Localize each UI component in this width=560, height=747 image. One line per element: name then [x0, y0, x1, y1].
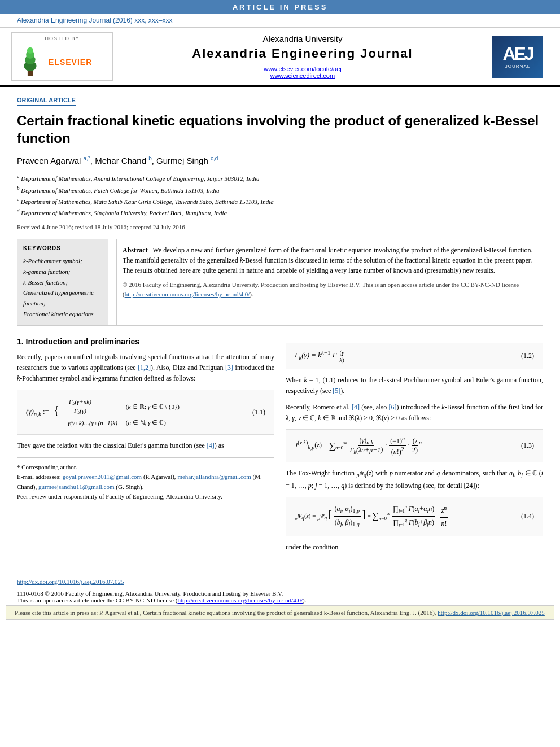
abstract-box: Abstract We develop a new and further ge…: [116, 239, 542, 325]
keywords-title: KEYWORDS: [23, 245, 102, 251]
copyright-text1: 1110-0168 © 2016 Faculty of Engineering,…: [17, 590, 543, 597]
eq14-number: (1.4): [521, 512, 534, 521]
eq11-content: (γ)n,k := { Γk(γ+nk) Γk(γ) (k ∈ ℝ; γ ∈ ℂ…: [26, 396, 185, 429]
eq12-content: Γk(γ) = kk−1 Γ (γ k): [295, 349, 345, 363]
equation-13: J(ν,λ)k,μ(z) = ∑n=0∞ (γ)n,k Γk(λn+μ+1) ·…: [286, 429, 543, 462]
article-in-press-banner: ARTICLE IN PRESS: [0, 0, 560, 14]
body-two-col: 1. Introduction and preliminaries Recent…: [17, 337, 543, 558]
section1-para4: Recently, Romero et al. [4] (see, also […: [286, 402, 543, 423]
journal-links: www.elsevier.com/locate/aej www.scienced…: [119, 65, 487, 79]
cc-license-link[interactable]: http://creativecommons.org/licenses/by-n…: [125, 291, 250, 298]
section1-para1: Recently, papers on unified integrals in…: [17, 352, 274, 385]
cite-box: Please cite this article in press as: P.…: [6, 605, 554, 620]
main-content: ORIGINAL ARTICLE Certain fractional kine…: [0, 87, 560, 575]
ref-6[interactable]: [6]: [388, 403, 396, 411]
elsevier-tree-icon: [15, 46, 46, 77]
ref-5[interactable]: [5]: [333, 387, 340, 395]
ref-4[interactable]: [4]: [207, 442, 215, 449]
elsevier-logo: ELSEVIER: [15, 46, 110, 77]
abstract-label: Abstract: [123, 246, 148, 254]
received-line: Received 4 June 2016; revised 18 July 20…: [17, 224, 543, 230]
footnotes: * Corresponding author. E-mail addresses…: [17, 457, 274, 502]
hosted-by-label: HOSTED BY: [15, 36, 110, 43]
doi-link[interactable]: http://dx.doi.org/10.1016/j.aej.2016.07.…: [17, 578, 124, 585]
equation-14: pΨq(z) = pΨq [ (ai, αi)1,p (bj, βj)1,q ]…: [286, 497, 543, 536]
section1-para3: When k = 1, (1.1) reduces to the classic…: [286, 375, 543, 396]
eq12-number: (1.2): [521, 352, 534, 360]
aej-logo: AEJ JOURNAL: [492, 36, 543, 78]
aej-subtitle: JOURNAL: [505, 64, 530, 69]
article-type-label: ORIGINAL ARTICLE: [17, 97, 76, 106]
authors-line: Praveen Agarwal a,*, Mehar Chand b, Gurm…: [17, 155, 543, 165]
aej-logo-box: AEJ JOURNAL: [492, 36, 549, 78]
email-note: E-mail addresses: goyal.praveen2011@gmai…: [17, 472, 274, 492]
equation-12: Γk(γ) = kk−1 Γ (γ k) (1.2): [286, 343, 543, 369]
elsevier-wordmark: ELSEVIER: [49, 58, 92, 67]
cite-doi-link[interactable]: http://dx.doi.org/10.1016/j.aej.2016.07.…: [438, 609, 545, 616]
copyright-text2: This is an open access article under the…: [17, 597, 543, 604]
article-title: Certain fractional kinetic equations inv…: [17, 112, 543, 147]
ref-12[interactable]: [1,2]: [138, 364, 151, 372]
section1-para5: The Fox-Wright function pψq(z) with p nu…: [286, 468, 543, 491]
section1-title: 1. Introduction and preliminaries: [17, 337, 274, 346]
ref-3[interactable]: [3]: [225, 364, 233, 372]
journal-link-bar: Alexandria Engineering Journal (2016) xx…: [0, 14, 560, 27]
journal-title-center: Alexandria University Alexandria Enginee…: [119, 34, 487, 79]
ref-4b[interactable]: [4]: [352, 403, 360, 411]
eq13-number: (1.3): [521, 442, 534, 450]
abstract-copyright: © 2016 Faculty of Engineering, Alexandri…: [123, 280, 537, 299]
doi-bar: http://dx.doi.org/10.1016/j.aej.2016.07.…: [0, 575, 560, 588]
peer-review-note: Peer review under responsibility of Facu…: [17, 492, 274, 502]
copyright-bar: 1110-0168 © 2016 Faculty of Engineering,…: [0, 588, 560, 605]
equation-11: (γ)n,k := { Γk(γ+nk) Γk(γ) (k ∈ ℝ; γ ∈ ℂ…: [17, 390, 274, 435]
email-singh[interactable]: gurmeejsandhu11@gmail.com: [38, 483, 115, 490]
university-name: Alexandria University: [119, 34, 487, 43]
section1-para2: They gave the relation with the classica…: [17, 440, 274, 451]
keywords-abstract-box: KEYWORDS k-Pochhammer symbol; k-gamma fu…: [17, 239, 543, 325]
email-chand[interactable]: mehar.jallandhra@gmail.com: [177, 473, 251, 480]
journal-link[interactable]: Alexandria Engineering Journal (2016) xx…: [17, 16, 172, 24]
left-column: 1. Introduction and preliminaries Recent…: [17, 337, 274, 558]
email-agarwal[interactable]: goyal.praveen2011@gmail.com: [63, 473, 142, 480]
eq11-number: (1.1): [252, 408, 265, 417]
elsevier-link[interactable]: www.elsevier.com/locate/aej: [264, 65, 342, 72]
under-condition: under the condition: [286, 542, 543, 553]
aej-letters: AEJ: [502, 45, 532, 63]
right-column: Γk(γ) = kk−1 Γ (γ k) (1.2) When k = 1, (…: [286, 337, 543, 558]
sciencedirect-link[interactable]: www.sciencedirect.com: [270, 72, 335, 79]
eq14-content: pΨq(z) = pΨq [ (ai, αi)1,p (bj, βj)1,q ]…: [295, 503, 448, 530]
journal-full-name: Alexandria Engineering Journal: [119, 46, 487, 61]
elsevier-logo-box: HOSTED BY ELSEVIER: [11, 32, 113, 81]
cc-license-link2[interactable]: http://creativecommons.org/licenses/by-n…: [177, 597, 303, 604]
corresponding-note: * Corresponding author.: [17, 462, 274, 473]
abstract-text: Abstract We develop a new and further ge…: [123, 245, 537, 276]
journal-header: HOSTED BY ELSEVIER Alexandria University…: [0, 27, 560, 87]
affiliations: a Department of Mathematics, Anand Inter…: [17, 172, 543, 218]
svg-point-4: [27, 47, 33, 54]
keywords-box: KEYWORDS k-Pochhammer symbol; k-gamma fu…: [18, 239, 108, 325]
eq13-content: J(ν,λ)k,μ(z) = ∑n=0∞ (γ)n,k Γk(λn+μ+1) ·…: [295, 435, 422, 456]
keywords-list: k-Pochhammer symbol; k-gamma function; k…: [23, 256, 102, 319]
